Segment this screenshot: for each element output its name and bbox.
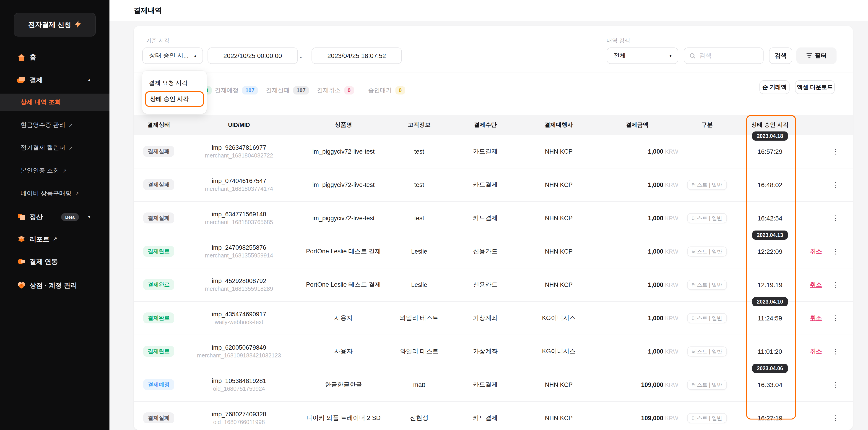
product-name: PortOne Leslie 테스트 결제: [306, 281, 381, 289]
table-row[interactable]: 결제실패 imp_074046167547 merchant_168180377…: [134, 168, 853, 201]
uid-value: imp_074046167547: [205, 178, 273, 184]
amount-value: 1,000: [648, 148, 663, 155]
col-approved-time[interactable]: 상태 승인 시각: [751, 121, 788, 129]
kebab-menu-icon[interactable]: ⋮: [832, 314, 839, 322]
pg-provider: NHN KCP: [545, 381, 573, 388]
currency-label: KRW: [665, 282, 678, 288]
cancel-link[interactable]: 취소: [810, 347, 822, 355]
table-row[interactable]: 2023.04.10 결제완료 imp_435474690917 waily-w…: [134, 301, 853, 335]
table-row[interactable]: 2023.04.18 결제실패 imp_926347816977 merchan…: [134, 135, 853, 168]
table-row[interactable]: 결제실패 imp_768027409328 oid_1680766011998 …: [134, 401, 853, 430]
col-product[interactable]: 상품명: [335, 121, 352, 129]
sidebar-subitem-identity-verification[interactable]: 본인인증 조회 ↗: [0, 163, 110, 178]
currency-label: KRW: [665, 315, 678, 322]
sidebar-item-store-account[interactable]: 상점 · 계정 관리: [0, 278, 110, 293]
cancel-link[interactable]: 취소: [810, 314, 822, 322]
sidebar-subitem-naver-review[interactable]: 네이버 상품구매평 ↗: [0, 186, 110, 201]
e-payment-apply-button[interactable]: 전자결제 신청: [14, 13, 96, 36]
kebab-menu-icon[interactable]: ⋮: [832, 147, 839, 156]
kebab-menu-icon[interactable]: ⋮: [832, 181, 839, 189]
status-badge: 결제완료: [143, 246, 174, 257]
payment-method: 카드결제: [473, 214, 498, 222]
sidebar-item-label: 리포트: [30, 235, 50, 243]
uid-value: imp_452928008792: [205, 278, 273, 284]
customer-info: 신현성: [410, 414, 429, 422]
table-row[interactable]: 결제완료 imp_452928008792 merchant_168135591…: [134, 268, 853, 301]
dropdown-option-approved-time[interactable]: 상태 승인 시각: [145, 91, 204, 107]
kebab-menu-icon[interactable]: ⋮: [832, 381, 839, 389]
date-to-input[interactable]: 2023/04/25 18:07:52: [312, 48, 402, 64]
excel-download-button[interactable]: 엑셀 다운로드: [795, 80, 835, 94]
net-amount-button[interactable]: 순 거래액: [760, 80, 789, 94]
product-name: im_piggyciv72-live-test: [312, 148, 374, 155]
sidebar-item-home[interactable]: 홈: [0, 49, 110, 65]
type-badge: 테스트 | 일반: [687, 313, 727, 323]
stat-count-badge: 0: [396, 86, 405, 94]
chevron-down-icon[interactable]: ▼: [87, 214, 91, 219]
search-input[interactable]: 검색: [684, 48, 764, 64]
excel-download-label: 엑셀 다운로드: [797, 83, 833, 91]
table-row[interactable]: 2023.04.13 결제완료 imp_247098255876 merchan…: [134, 235, 853, 268]
kebab-menu-icon[interactable]: ⋮: [832, 281, 839, 289]
sidebar-item-label: 상점 · 계정 관리: [30, 281, 77, 290]
stat-scheduled[interactable]: 결제예정 107: [215, 86, 258, 95]
customer-info: Leslie: [411, 281, 427, 288]
col-pg[interactable]: 결제대행사: [545, 121, 573, 129]
dropdown-option-request-time[interactable]: 결제 요청 시각: [142, 77, 207, 89]
base-time-select[interactable]: 상태 승인 시... ▲: [142, 48, 203, 64]
search-category-select[interactable]: 전체 ▼: [607, 48, 678, 64]
sidebar-subitem-detail-history[interactable]: 상세 내역 조회: [0, 93, 110, 111]
stat-pending[interactable]: 승인대기 0: [368, 86, 405, 95]
currency-label: KRW: [665, 249, 678, 255]
filter-button[interactable]: 필터: [796, 48, 837, 64]
cancel-link[interactable]: 취소: [810, 248, 822, 256]
beta-badge: Beta: [61, 213, 79, 221]
amount-value: 1,000: [648, 181, 663, 188]
customer-info: 와일리 테스트: [400, 347, 439, 355]
cancel-link[interactable]: 취소: [810, 281, 822, 289]
mid-value: merchant_168109188421032123: [197, 352, 281, 359]
stat-label: 결제예정: [215, 86, 239, 94]
stat-cancelled[interactable]: 결제취소 0: [317, 86, 354, 95]
customer-info: test: [414, 148, 424, 155]
type-badge: 테스트 | 일반: [687, 346, 727, 356]
kebab-menu-icon[interactable]: ⋮: [832, 248, 839, 256]
sidebar-item-report[interactable]: 리포트 ↗: [0, 231, 110, 247]
sidebar-item-settlement[interactable]: 정산 Beta ▼: [0, 209, 110, 225]
col-method[interactable]: 결제수단: [474, 121, 497, 129]
subitem-label: 본인인증 조회: [21, 167, 59, 175]
external-link-icon: ↗: [69, 145, 73, 151]
product-name: 나이키 와플 트레이너 2 SD: [306, 414, 381, 422]
currency-label: KRW: [665, 415, 678, 422]
col-type[interactable]: 구분: [701, 121, 713, 129]
kebab-menu-icon[interactable]: ⋮: [832, 347, 839, 355]
col-status[interactable]: 결제상태: [147, 121, 170, 129]
approved-time: 16:57:29: [757, 148, 782, 155]
date-from-input[interactable]: 2022/10/25 00:00:00: [208, 48, 298, 64]
status-badge: 결제실패: [143, 179, 174, 190]
table-row[interactable]: 결제실패 imp_634771569148 merchant_168180376…: [134, 201, 853, 235]
payment-method: 카드결제: [473, 147, 498, 156]
sidebar-subitem-subscription-calendar[interactable]: 정기결제 캘린더 ↗: [0, 140, 110, 156]
integration-icon: [17, 258, 25, 265]
stat-failed[interactable]: 결제실패 107: [266, 86, 309, 95]
kebab-menu-icon[interactable]: ⋮: [832, 414, 839, 422]
table-row[interactable]: 2023.04.06 결제예정 imp_105384819281 oid_168…: [134, 368, 853, 401]
col-uid-mid[interactable]: UID/MID: [228, 122, 250, 128]
uid-value: imp_768027409328: [212, 411, 267, 418]
approved-time: 16:27:19: [757, 414, 782, 422]
col-amount[interactable]: 결제금액: [626, 121, 649, 129]
dropdown-option-label: 상태 승인 시각: [150, 95, 189, 103]
sidebar-subitem-cash-receipt[interactable]: 현금영수증 관리 ↗: [0, 117, 110, 133]
search-button[interactable]: 검색: [769, 48, 792, 64]
amount-value: 1,000: [648, 215, 663, 222]
chevron-up-icon[interactable]: ▲: [87, 78, 91, 82]
col-customer[interactable]: 고객정보: [408, 121, 431, 129]
product-name: im_piggyciv72-live-test: [312, 181, 374, 188]
kebab-menu-icon[interactable]: ⋮: [832, 214, 839, 222]
mid-value: merchant_1681355918289: [205, 286, 273, 292]
sidebar-item-payments[interactable]: 결제 ▲: [0, 72, 110, 88]
sidebar-item-integration[interactable]: 결제 연동: [0, 254, 110, 269]
table-row[interactable]: 결제완료 imp_620050679849 merchant_168109188…: [134, 335, 853, 368]
approved-time: 11:01:20: [758, 348, 782, 355]
